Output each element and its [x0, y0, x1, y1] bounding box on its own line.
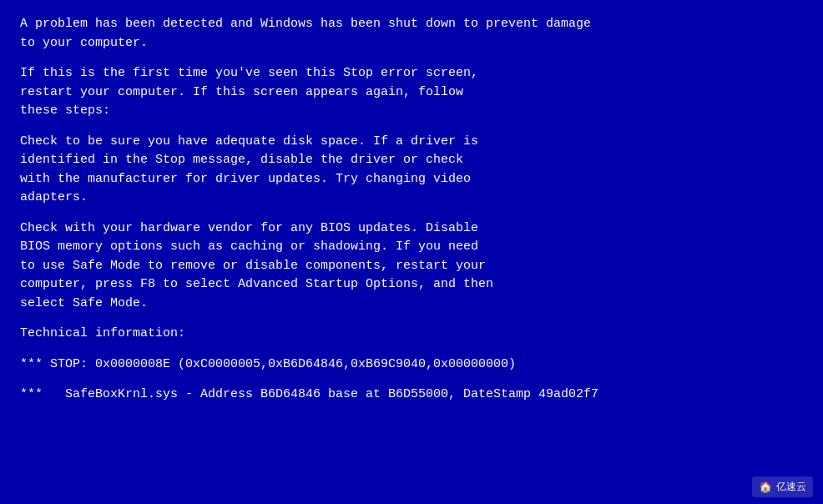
paragraph-4-text: Check with your hardware vendor for any …: [20, 221, 493, 310]
watermark-text: 亿速云: [776, 479, 806, 494]
paragraph-2: If this is the first time you've seen th…: [20, 64, 803, 121]
watermark: 🏠 亿速云: [752, 476, 813, 498]
paragraph-2-text: If this is the first time you've seen th…: [20, 66, 478, 118]
bsod-screen: A problem has been detected and Windows …: [0, 0, 823, 504]
technical-info-section: Technical information: *** STOP: 0x00000…: [20, 325, 803, 405]
paragraph-1: A problem has been detected and Windows …: [20, 15, 803, 53]
watermark-icon: 🏠: [759, 479, 772, 496]
paragraph-3: Check to be sure you have adequate disk …: [20, 133, 803, 208]
technical-label: Technical information:: [20, 325, 803, 344]
paragraph-3-text: Check to be sure you have adequate disk …: [20, 134, 478, 205]
driver-line: *** SafeBoxKrnl.sys - Address B6D64846 b…: [20, 386, 803, 405]
paragraph-4: Check with your hardware vendor for any …: [20, 219, 803, 314]
stop-line: *** STOP: 0x0000008E (0xC0000005,0xB6D64…: [20, 355, 803, 375]
paragraph-1-text: A problem has been detected and Windows …: [20, 17, 591, 50]
